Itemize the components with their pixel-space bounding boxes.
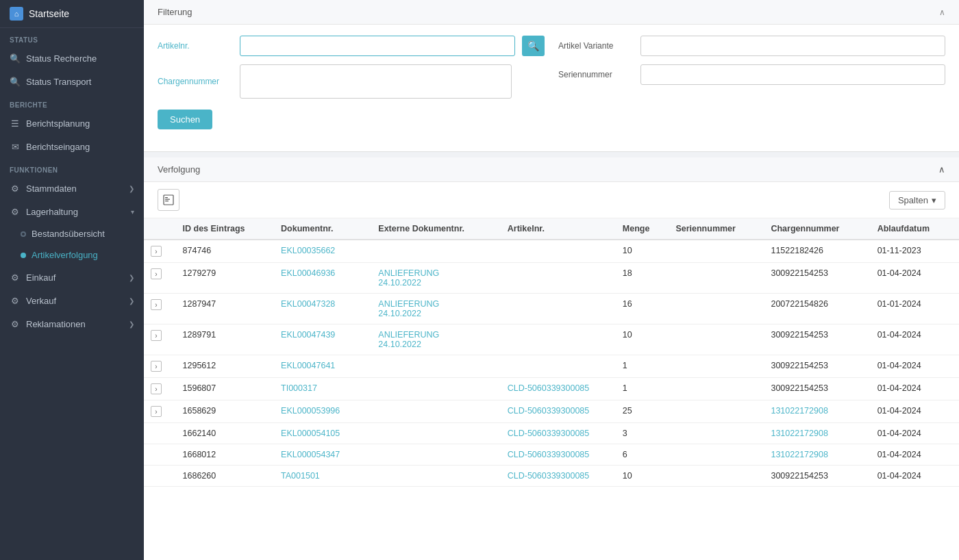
- sidebar-item-label: Berichtsplanung: [26, 118, 90, 129]
- col-header-ablaufdatum: Ablaufdatum: [871, 218, 959, 240]
- cell-menge: 10: [616, 466, 669, 487]
- export-button[interactable]: [158, 189, 179, 211]
- artikelnr-label: Artikelnr.: [158, 41, 233, 51]
- verfolgung-collapse-icon[interactable]: ∧: [938, 164, 945, 175]
- sidebar-item-label: Verkauf: [26, 296, 56, 306]
- sidebar-item-berichtseingang[interactable]: ✉ Berichtseingang: [0, 135, 144, 158]
- dokumentnr-link[interactable]: EKL00046936: [281, 268, 335, 278]
- sidebar-item-verkauf[interactable]: ⚙ Verkauf ❯: [0, 289, 144, 312]
- artikel-variante-field: Artikel Variante: [558, 36, 945, 56]
- cell-chargennummer: 300922154253: [764, 466, 870, 487]
- artikelnr-link[interactable]: CLD-5060339300085: [508, 383, 590, 393]
- cell-menge: 25: [616, 400, 669, 423]
- dokumentnr-link[interactable]: EKL000054347: [281, 450, 340, 459]
- cell-dokumentnr[interactable]: EKL000054347: [274, 444, 371, 466]
- cell-dokumentnr[interactable]: EKL00046936: [274, 263, 371, 294]
- sidebar-item-lagerhaltung[interactable]: ⚙ Lagerhaltung ▾: [0, 200, 144, 223]
- sidebar-sub-artikelverfolgung[interactable]: Artikelverfolgung: [0, 244, 144, 266]
- dokumentnr-link[interactable]: EKL00047328: [281, 299, 335, 309]
- cell-chargennummer[interactable]: 131022172908: [764, 444, 870, 466]
- cell-externe-dokumentnr[interactable]: ANLIEFERUNG 24.10.2022: [371, 324, 500, 355]
- cell-dokumentnr[interactable]: EKL000053996: [274, 400, 371, 423]
- cell-dokumentnr[interactable]: EKL00047328: [274, 294, 371, 324]
- sidebar-item-reklamationen[interactable]: ⚙ Reklamationen ❯: [0, 312, 144, 335]
- cell-ablaufdatum: 01-04-2024: [871, 378, 959, 400]
- cell-artikelnr[interactable]: CLD-5060339300085: [501, 423, 616, 444]
- cell-seriennummer: [669, 355, 764, 378]
- dokumentnr-link[interactable]: TA001501: [281, 471, 320, 481]
- artikelnr-search-button[interactable]: 🔍: [522, 36, 545, 56]
- expand-button[interactable]: ›: [151, 246, 162, 257]
- expand-button[interactable]: ›: [151, 268, 162, 279]
- dokumentnr-link[interactable]: EKL000054105: [281, 429, 340, 438]
- verkauf-icon: ⚙: [10, 295, 21, 306]
- sidebar-item-einkauf[interactable]: ⚙ Einkauf ❯: [0, 266, 144, 289]
- sidebar-home[interactable]: ⌂ Startseite: [0, 0, 144, 28]
- cell-artikelnr: [501, 355, 616, 378]
- externe-link[interactable]: ANLIEFERUNG 24.10.2022: [378, 299, 439, 318]
- artikelnr-link[interactable]: CLD-5060339300085: [508, 471, 590, 481]
- table-row: ›1279279EKL00046936ANLIEFERUNG 24.10.202…: [144, 263, 959, 294]
- cell-seriennummer: [669, 263, 764, 294]
- cell-dokumentnr[interactable]: EKL00047439: [274, 324, 371, 355]
- sidebar-item-berichtsplanung[interactable]: ☰ Berichtsplanung: [0, 112, 144, 135]
- sidebar-item-status-recherche[interactable]: 🔍 Status Recherche: [0, 47, 144, 70]
- chargennummer-input[interactable]: [240, 64, 512, 99]
- cell-externe-dokumentnr: [371, 240, 500, 263]
- artikelnr-link[interactable]: CLD-5060339300085: [508, 450, 590, 459]
- seriennummer-label: Seriennummer: [558, 70, 634, 79]
- artikelnr-link[interactable]: CLD-5060339300085: [508, 406, 590, 416]
- cell-artikelnr[interactable]: CLD-5060339300085: [501, 378, 616, 400]
- cell-externe-dokumentnr[interactable]: ANLIEFERUNG 24.10.2022: [371, 263, 500, 294]
- table-row: ›874746EKL00035662101152218242601-11-202…: [144, 240, 959, 263]
- cell-chargennummer[interactable]: 131022172908: [764, 423, 870, 444]
- chevron-right-icon-2: ❯: [129, 274, 134, 281]
- cell-dokumentnr[interactable]: EKL00035662: [274, 240, 371, 263]
- artikelnr-link[interactable]: CLD-5060339300085: [508, 429, 590, 438]
- suchen-button[interactable]: Suchen: [158, 110, 212, 129]
- dokumentnr-link[interactable]: EKL00035662: [281, 246, 335, 255]
- cell-dokumentnr[interactable]: EKL000054105: [274, 423, 371, 444]
- expand-button[interactable]: ›: [151, 330, 162, 341]
- expand-button[interactable]: ›: [151, 299, 162, 310]
- expand-button[interactable]: ›: [151, 406, 162, 417]
- cell-seriennummer: [669, 466, 764, 487]
- sidebar-sub-bestandsuebersicht[interactable]: Bestandsübersicht: [0, 223, 144, 244]
- chargennummer-link[interactable]: 131022172908: [771, 406, 827, 416]
- cell-artikelnr[interactable]: CLD-5060339300085: [501, 444, 616, 466]
- cell-dokumentnr[interactable]: TA001501: [274, 466, 371, 487]
- dokumentnr-link[interactable]: EKL00047439: [281, 330, 335, 340]
- cell-artikelnr[interactable]: CLD-5060339300085: [501, 466, 616, 487]
- expand-button[interactable]: ›: [151, 361, 162, 372]
- table-row: 1686260TA001501CLD-506033930008510300922…: [144, 466, 959, 487]
- verfolgung-title: Verfolgung: [158, 164, 200, 175]
- dokumentnr-link[interactable]: EKL00047641: [281, 361, 335, 370]
- cell-menge: 6: [616, 444, 669, 466]
- chargennummer-link[interactable]: 131022172908: [771, 429, 827, 438]
- expand-button[interactable]: ›: [151, 383, 162, 394]
- sidebar-item-stammdaten[interactable]: ⚙ Stammdaten ❯: [0, 177, 144, 200]
- sidebar: ⌂ Startseite STATUS 🔍 Status Recherche 🔍…: [0, 0, 144, 560]
- cell-artikelnr: [501, 294, 616, 324]
- cell-dokumentnr[interactable]: TI000317: [274, 378, 371, 400]
- filter-collapse-icon[interactable]: ∧: [939, 8, 945, 17]
- artikelnr-input[interactable]: [240, 36, 515, 56]
- cell-dokumentnr[interactable]: EKL00047641: [274, 355, 371, 378]
- chargennummer-link[interactable]: 131022172908: [771, 450, 827, 459]
- col-header-expand: [144, 218, 176, 240]
- dokumentnr-link[interactable]: TI000317: [281, 383, 317, 393]
- sidebar-item-status-transport[interactable]: 🔍 Status Transport: [0, 70, 144, 93]
- cell-artikelnr[interactable]: CLD-5060339300085: [501, 400, 616, 423]
- sidebar-item-label: Lagerhaltung: [26, 207, 78, 217]
- cell-chargennummer: 300922154253: [764, 355, 870, 378]
- svg-rect-2: [165, 199, 170, 200]
- seriennummer-input[interactable]: [640, 64, 945, 85]
- dokumentnr-link[interactable]: EKL000053996: [281, 406, 340, 416]
- artikel-variante-input[interactable]: [640, 36, 945, 56]
- spalten-button[interactable]: Spalten ▾: [889, 191, 945, 209]
- externe-link[interactable]: ANLIEFERUNG 24.10.2022: [378, 268, 439, 288]
- cell-chargennummer[interactable]: 131022172908: [764, 400, 870, 423]
- externe-link[interactable]: ANLIEFERUNG 24.10.2022: [378, 330, 439, 349]
- home-label: Startseite: [29, 8, 69, 19]
- cell-externe-dokumentnr[interactable]: ANLIEFERUNG 24.10.2022: [371, 294, 500, 324]
